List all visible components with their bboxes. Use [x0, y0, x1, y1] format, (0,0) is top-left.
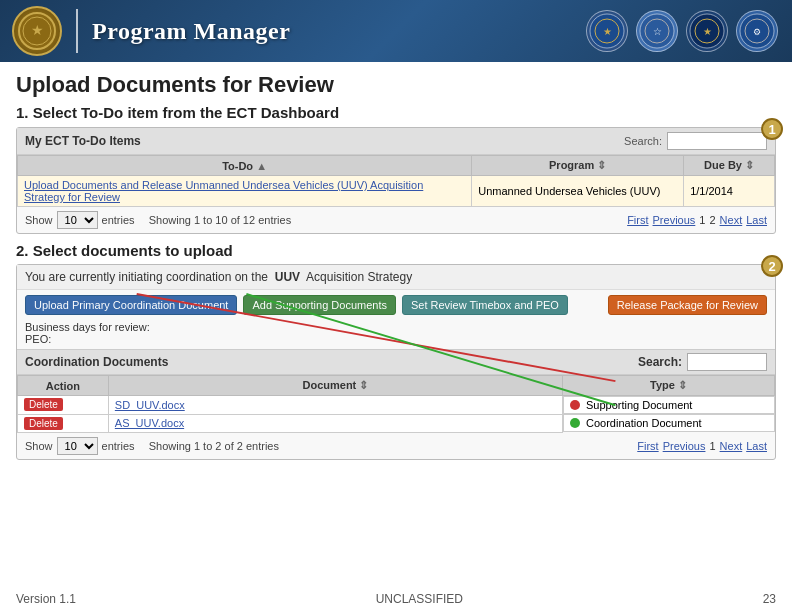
- logo-3: ★: [686, 10, 728, 52]
- coord-page-1[interactable]: 1: [709, 440, 715, 452]
- program-cell: Unmanned Undersea Vehicles (UUV): [472, 176, 684, 207]
- coord-search-label: Search:: [638, 355, 682, 369]
- page-number: 23: [763, 592, 776, 606]
- ect-table: To-Do ▲ Program ⇕ Due By ⇕ Upload Docume…: [17, 155, 775, 207]
- svg-text:★: ★: [31, 22, 44, 38]
- set-review-btn[interactable]: Set Review Timebox and PEO: [402, 295, 568, 315]
- coord-show-label: Show: [25, 440, 53, 452]
- coord-row-2: Delete AS_UUV.docx Coordination Document: [18, 414, 775, 432]
- entries-label: entries: [102, 214, 135, 226]
- coord-footer: Show 10 25 entries Showing 1 to 2 of 2 e…: [17, 433, 775, 459]
- action-cell-1: Delete: [18, 396, 109, 415]
- ect-panel-title: My ECT To-Do Items: [25, 134, 141, 148]
- app-header: ★ Program Manager ★ ☆ ★: [0, 0, 792, 62]
- ect-search-input[interactable]: [667, 132, 767, 150]
- page-title: Upload Documents for Review: [16, 72, 776, 98]
- coord-entries-label: entries: [102, 440, 135, 452]
- coord-text: You are currently initiating coordinatio…: [25, 270, 268, 284]
- business-info: Business days for review: PEO:: [17, 319, 775, 349]
- page-1[interactable]: 1: [699, 214, 705, 226]
- step2-badge: 2: [761, 255, 783, 277]
- type-label-2: Coordination Document: [586, 417, 702, 429]
- document-cell-2: AS_UUV.docx: [108, 414, 562, 432]
- doc-link-1[interactable]: SD_UUV.docx: [115, 399, 185, 411]
- coord-page-first[interactable]: First: [637, 440, 658, 452]
- showing-text: Showing 1 to 10 of 12 entries: [149, 214, 291, 226]
- version-label: Version 1.1: [16, 592, 76, 606]
- coord-show-select[interactable]: 10 25: [57, 437, 98, 455]
- logo-4: ⚙: [736, 10, 778, 52]
- col-action: Action: [18, 376, 109, 396]
- delete-btn-2[interactable]: Delete: [24, 417, 63, 430]
- svg-text:★: ★: [603, 26, 612, 37]
- col-todo[interactable]: To-Do ▲: [18, 156, 472, 176]
- page-2[interactable]: 2: [709, 214, 715, 226]
- page-last[interactable]: Last: [746, 214, 767, 226]
- type-label-1: Supporting Document: [586, 399, 692, 411]
- col-document[interactable]: Document ⇕: [108, 376, 562, 396]
- delete-btn-1[interactable]: Delete: [24, 398, 63, 411]
- type-cell-1: Supporting Document: [563, 396, 774, 414]
- release-package-btn[interactable]: Release Package for Review: [608, 295, 767, 315]
- red-dot-icon: [570, 400, 580, 410]
- ect-footer: Show 10 25 50 entries Showing 1 to 10 of…: [17, 207, 775, 233]
- todo-cell[interactable]: Upload Documents and Release Unmanned Un…: [18, 176, 472, 207]
- dueby-cell: 1/1/2014: [684, 176, 775, 207]
- step1-badge: 1: [761, 118, 783, 140]
- page-next[interactable]: Next: [720, 214, 743, 226]
- logo-1: ★: [586, 10, 628, 52]
- action-cell-2: Delete: [18, 414, 109, 432]
- document-cell-1: SD_UUV.docx: [108, 396, 562, 415]
- step1-title: 1. Select To-Do item from the ECT Dashbo…: [16, 104, 776, 121]
- coord-page-next[interactable]: Next: [720, 440, 743, 452]
- coord-search-area: Search:: [638, 353, 767, 371]
- dod-seal: ★: [12, 6, 62, 56]
- coord-section-title: Coordination Documents: [25, 355, 168, 369]
- upload-panel: 2 You are currently initiating coordinat…: [16, 264, 776, 460]
- main-content: Upload Documents for Review 1. Select To…: [0, 62, 792, 466]
- ect-show-entries: Show 10 25 50 entries Showing 1 to 10 of…: [25, 211, 291, 229]
- green-dot-icon: [570, 418, 580, 428]
- business-days-label: Business days for review:: [25, 321, 767, 333]
- coord-row-1: Delete SD_UUV.docx Supporting Document: [18, 396, 775, 415]
- agency-logos: ★ ☆ ★ ⚙: [586, 10, 778, 52]
- page-footer: Version 1.1 UNCLASSIFIED 23: [0, 592, 792, 606]
- show-label: Show: [25, 214, 53, 226]
- page-previous[interactable]: Previous: [653, 214, 696, 226]
- coord-table-header: Coordination Documents Search:: [17, 349, 775, 375]
- ect-search-label: Search:: [624, 135, 662, 147]
- coord-pagination: First Previous 1 Next Last: [637, 440, 767, 452]
- show-count-select[interactable]: 10 25 50: [57, 211, 98, 229]
- svg-text:☆: ☆: [653, 26, 662, 37]
- doc-link-2[interactable]: AS_UUV.docx: [115, 417, 184, 429]
- classification-label: UNCLASSIFIED: [376, 592, 463, 606]
- svg-text:⚙: ⚙: [753, 27, 761, 37]
- add-supporting-btn[interactable]: Add Supporting Documents: [243, 295, 396, 315]
- upload-primary-btn[interactable]: Upload Primary Coordination Document: [25, 295, 237, 315]
- upload-action-buttons: Upload Primary Coordination Document Add…: [17, 290, 775, 319]
- header-divider: [76, 9, 78, 53]
- app-title: Program Manager: [92, 18, 290, 45]
- col-type[interactable]: Type ⇕: [563, 376, 775, 396]
- coord-table: Action Document ⇕ Type ⇕ Delete SD_UUV.d…: [17, 375, 775, 433]
- type-cell-2: Coordination Document: [563, 414, 774, 432]
- col-dueby[interactable]: Due By ⇕: [684, 156, 775, 176]
- doc-suffix: Acquisition Strategy: [306, 270, 412, 284]
- step2-title: 2. Select documents to upload: [16, 242, 776, 259]
- ect-header: My ECT To-Do Items Search:: [17, 128, 775, 155]
- coord-page-last[interactable]: Last: [746, 440, 767, 452]
- table-row: Upload Documents and Release Unmanned Un…: [18, 176, 775, 207]
- page-first[interactable]: First: [627, 214, 648, 226]
- ect-panel: 1 My ECT To-Do Items Search: To-Do ▲ Pro…: [16, 127, 776, 234]
- coord-show-entries: Show 10 25 entries Showing 1 to 2 of 2 e…: [25, 437, 279, 455]
- coord-page-previous[interactable]: Previous: [663, 440, 706, 452]
- coord-search-input[interactable]: [687, 353, 767, 371]
- ect-search-area: Search:: [624, 132, 767, 150]
- peo-label: PEO:: [25, 333, 767, 345]
- svg-text:★: ★: [703, 26, 712, 37]
- col-program[interactable]: Program ⇕: [472, 156, 684, 176]
- ect-pagination: First Previous 1 2 Next Last: [627, 214, 767, 226]
- coordination-info: You are currently initiating coordinatio…: [17, 265, 775, 290]
- doc-name: UUV: [275, 270, 300, 284]
- coord-showing-text: Showing 1 to 2 of 2 entries: [149, 440, 279, 452]
